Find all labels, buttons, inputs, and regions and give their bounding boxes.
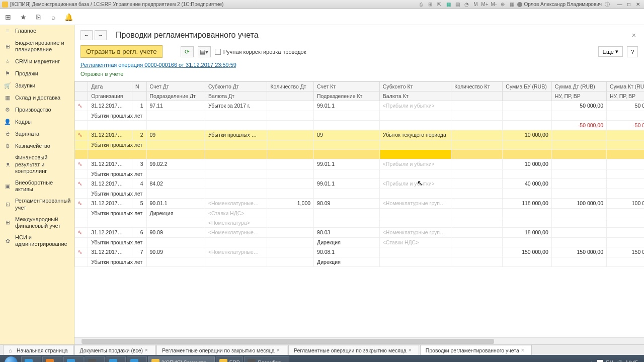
table-row-sub[interactable]: Убытки прошлых лет Дирекция <box>75 257 645 267</box>
page-close-button[interactable]: × <box>630 31 638 39</box>
search-icon[interactable]: ⌕ <box>49 13 57 21</box>
sidebar-item-8[interactable]: ₴Зарплата <box>0 128 74 140</box>
system-tray[interactable]: ▲ RU 🔊 14:45 <box>589 360 642 363</box>
zoom-icon[interactable]: ⊕ <box>499 1 506 8</box>
table-wrapper[interactable]: ДатаNСчет ДтСубконто ДтКоличество ДтСчет… <box>74 81 644 337</box>
taskbar-item-7[interactable]: ERP <box>216 356 244 363</box>
minimize-button[interactable]: — <box>616 1 624 8</box>
column-header[interactable]: НУ, ПР, ВР <box>551 92 606 101</box>
column-header[interactable]: Валюта Дт <box>205 92 267 101</box>
table-row-sub[interactable]: Убытки прошлых лет <box>75 169 645 179</box>
sidebar-item-13[interactable]: ⊞Международный финансовый учет <box>0 214 74 232</box>
help-button[interactable]: ? <box>627 46 638 57</box>
calc-icon[interactable]: ▦ <box>445 1 452 8</box>
table-row-sub[interactable]: -50 000,00-50 000,00 <box>75 121 645 130</box>
table-row-sub[interactable]: Убытки прошлых летДирекция <Ставки НДС> <box>75 209 645 218</box>
table-row[interactable]: ᵈₖ 31.12.2017…197.11 Убыток за 2017 г. 9… <box>75 101 645 111</box>
lang-indicator[interactable]: RU <box>606 360 613 362</box>
table-row-sub[interactable]: Убытки прошлых лет <box>75 189 645 199</box>
table-row-sub[interactable]: <Номенклатура> <box>75 218 645 228</box>
grid-icon[interactable]: ▦ <box>508 1 515 8</box>
sidebar-item-5[interactable]: ▦Склад и доставка <box>0 92 74 104</box>
tab-close-icon[interactable]: × <box>409 347 414 353</box>
m-icon[interactable]: M <box>472 1 479 8</box>
column-header[interactable] <box>132 92 147 101</box>
sidebar-item-6[interactable]: ⚙Производство <box>0 104 74 116</box>
column-header[interactable]: N <box>132 82 147 92</box>
column-header[interactable]: Субконто Кт <box>379 82 451 92</box>
mplus-icon[interactable]: M+ <box>481 1 488 8</box>
column-header[interactable]: Счет Кт <box>314 82 380 92</box>
tab-close-icon[interactable]: × <box>521 347 526 353</box>
column-header[interactable]: Подразделение Кт <box>314 92 380 101</box>
operation-link[interactable]: Регламентная операция 0000-000166 от 31.… <box>74 61 644 69</box>
table-row-sub[interactable]: Убытки прошлых лет Дирекция <Ставки НДС> <box>75 238 645 247</box>
clock[interactable]: 14:45 <box>625 360 638 362</box>
column-header[interactable]: Сумма Дт (RUB) <box>551 82 606 92</box>
sidebar-item-7[interactable]: 👤Кадры <box>0 116 74 128</box>
column-header[interactable]: Субконто Дт <box>205 82 267 92</box>
nav-forward-button[interactable]: → <box>95 30 107 40</box>
sidebar-item-3[interactable]: ⚑Продажи <box>0 67 74 79</box>
calendar-icon[interactable]: ▤ <box>454 1 461 8</box>
save-icon[interactable]: ⊞ <box>427 1 434 8</box>
maximize-button[interactable]: □ <box>625 1 633 8</box>
sidebar-item-0[interactable]: ≡Главное <box>0 25 74 37</box>
taskbar-item-6[interactable]: [КОПИЯ] Демонстр… <box>148 356 215 363</box>
table-row[interactable]: ᵈₖ 31.12.2017…209 Убытки прошлых … 09 Уб… <box>75 130 645 140</box>
table-row-sub[interactable]: Убытки прошлых лет <box>75 111 645 121</box>
sidebar-item-9[interactable]: ฿Казначейство <box>0 140 74 152</box>
sidebar-item-2[interactable]: ☆CRM и маркетинг <box>0 55 74 67</box>
table-row[interactable]: ᵈₖ 31.12.2017…590.01.1 <Номенклатурные… … <box>75 199 645 209</box>
mminus-icon[interactable]: M- <box>490 1 497 8</box>
start-button[interactable] <box>2 356 20 363</box>
tab-0[interactable]: ⌂Начальная страница <box>3 345 73 355</box>
taskbar-item-8[interactable]: Recording… <box>244 356 289 363</box>
taskbar-item-3[interactable] <box>85 356 105 363</box>
tab-1[interactable]: Документы продажи (все)× <box>74 345 156 355</box>
column-header[interactable] <box>75 92 88 101</box>
settings-dropdown[interactable]: ▤▾ <box>198 46 211 57</box>
nav-back-button[interactable]: ← <box>80 30 93 40</box>
close-button[interactable]: ✕ <box>634 1 642 8</box>
user-badge[interactable]: Орлов Александр Владимирович <box>517 2 602 7</box>
column-header[interactable]: Количество Кт <box>451 82 503 92</box>
sidebar-item-14[interactable]: ✿НСИ и администрирование <box>0 232 74 250</box>
column-header[interactable]: Сумма БУ (RUB) <box>503 82 551 92</box>
taskbar-item-2[interactable] <box>63 356 84 363</box>
taskbar-item-0[interactable] <box>21 356 41 363</box>
column-header[interactable] <box>267 92 314 101</box>
table-row[interactable]: ᵈₖ 31.12.2017…484.02 99.01.1 <Прибыли и … <box>75 179 645 189</box>
clipboard-icon[interactable]: ⎘ <box>34 13 42 21</box>
column-header[interactable]: НУ, ПР, ВР <box>607 92 644 101</box>
table-row[interactable]: ᵈₖ 31.12.2017…399.02.2 99.01.1 <Прибыли … <box>75 159 645 169</box>
sidebar-item-11[interactable]: ▣Внеоборотные активы <box>0 177 74 195</box>
column-header[interactable]: Дата <box>88 82 132 92</box>
sidebar-item-12[interactable]: ⊡Регламентированный учет <box>0 195 74 213</box>
tab-close-icon[interactable]: × <box>145 347 150 353</box>
sidebar-item-10[interactable]: ᴥФинансовый результат и контроллинг <box>0 152 74 177</box>
column-header[interactable] <box>503 92 551 101</box>
tab-4[interactable]: Проводки регламентированного учета× <box>420 345 532 355</box>
taskbar-item-5[interactable] <box>127 356 147 363</box>
column-header[interactable]: Счет Дт <box>146 82 205 92</box>
favorite-icon[interactable]: ★ <box>19 13 27 21</box>
print-icon[interactable]: ⎙ <box>418 1 425 8</box>
reflect-button[interactable]: Отразить в регл. учете <box>80 45 163 58</box>
taskbar-item-1[interactable] <box>42 356 62 363</box>
column-header[interactable]: Количество Дт <box>267 82 314 92</box>
taskbar-item-4[interactable] <box>106 356 126 363</box>
sidebar-item-4[interactable]: 🛒Закупки <box>0 79 74 92</box>
column-header[interactable]: Валюта Кт <box>379 92 451 101</box>
manual-correction-checkbox[interactable]: Ручная корректировка проводок <box>215 49 306 55</box>
table-row[interactable]: ᵈₖ 31.12.2017…690.09 <Номенклатурные… 90… <box>75 228 645 238</box>
horizontal-scrollbar[interactable] <box>74 337 644 344</box>
bell-icon[interactable]: 🔔 <box>64 13 72 21</box>
column-header[interactable]: Сумма Кт (RUB) <box>607 82 644 92</box>
sidebar-item-1[interactable]: ⊞Бюджетирование и планирование <box>0 37 74 55</box>
column-header[interactable] <box>75 82 88 92</box>
column-header[interactable]: Организация <box>88 92 132 101</box>
refresh-button[interactable]: ⟳ <box>181 46 194 57</box>
column-header[interactable]: Подразделение Дт <box>146 92 205 101</box>
link-icon[interactable]: ⇱ <box>436 1 443 8</box>
